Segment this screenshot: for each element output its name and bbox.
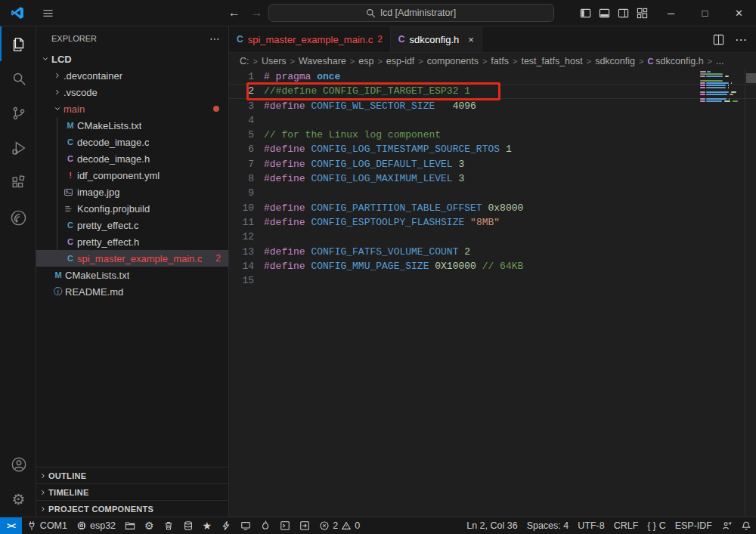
file-label: main (64, 103, 85, 115)
scrollbar[interactable] (745, 69, 756, 517)
breadcrumb-item[interactable]: sdkconfig (595, 56, 635, 66)
code-line-1[interactable]: 1# pragma once (229, 69, 756, 84)
activity-accounts[interactable] (0, 447, 36, 482)
tree-item-cmakelists-txt[interactable]: MCMakeLists.txt (36, 267, 228, 283)
minimize-button[interactable]: ─ (654, 0, 688, 26)
activity-source-control[interactable] (0, 96, 36, 131)
close-icon[interactable]: × (468, 34, 474, 45)
tree-item-decode-image-c[interactable]: Cdecode_image.c (36, 134, 228, 150)
file-type-icon: ⓘ (51, 286, 65, 298)
status-encoding[interactable]: UTF-8 (573, 517, 609, 534)
editor-more-actions-icon[interactable]: ⋯ (735, 32, 747, 47)
status-feedback[interactable] (717, 517, 736, 534)
status-eol[interactable]: CRLF (609, 517, 643, 534)
activity-settings[interactable]: ⚙ (0, 482, 36, 517)
status-notifications[interactable] (736, 517, 756, 534)
code-line-4[interactable]: 4 (229, 113, 756, 128)
code-line-6[interactable]: 6#define CONFIG_LOG_TIMESTAMP_SOURCE_RTO… (229, 142, 756, 156)
code-line-11[interactable]: 11#define CONFIG_ESPTOOLPY_FLASHSIZE "8M… (229, 215, 756, 230)
code-line-13[interactable]: 13#define CONFIG_FATFS_VOLUME_COUNT 2 (229, 245, 756, 259)
section-outline[interactable]: OUTLINE (36, 467, 228, 483)
breadcrumb-file[interactable]: sdkconfig.h (655, 56, 703, 66)
toggle-sidebar-icon[interactable] (580, 8, 591, 19)
menu-icon[interactable] (35, 8, 60, 19)
section-timeline[interactable]: TIMELINE (36, 483, 228, 500)
code-line-14[interactable]: 14#define CONFIG_MMU_PAGE_SIZE 0X10000 /… (229, 259, 756, 273)
status-terminal[interactable] (275, 517, 295, 534)
code-line-12[interactable]: 12 (229, 230, 756, 244)
file-label: spi_master_example_main.c (77, 253, 202, 264)
status-erase-flash[interactable] (178, 517, 198, 534)
status-monitor[interactable] (236, 517, 256, 534)
status-flash[interactable] (216, 517, 236, 534)
tree-item-decode-image-h[interactable]: Cdecode_image.h (36, 150, 228, 167)
breadcrumb-item[interactable]: Users (262, 56, 287, 66)
code-line-3[interactable]: 3#define CONFIG_WL_SECTOR_SIZE 4096 (229, 99, 756, 113)
status-select-project[interactable] (120, 517, 140, 534)
forward-button[interactable]: → (246, 6, 268, 20)
maximize-button[interactable]: □ (688, 0, 722, 26)
activity-search[interactable] (0, 61, 36, 96)
customize-layout-icon[interactable] (637, 8, 648, 19)
activity-espressif[interactable] (0, 200, 36, 235)
code-line-5[interactable]: 5// for the Linux log component (229, 128, 756, 142)
breadcrumb-item[interactable]: esp (358, 56, 373, 66)
code-line-15[interactable]: 15 (229, 273, 756, 288)
breadcrumb-item[interactable]: test_fatfs_host (521, 56, 582, 66)
code-line-2[interactable]: 2//#define CONFIG_IDF_TARGET_ESP32 1 (229, 84, 756, 98)
code-line-7[interactable]: 7#define CONFIG_LOG_DEFAULT_LEVEL 3 (229, 157, 756, 171)
status-serial-port[interactable]: COM1 (22, 517, 72, 534)
tree-item-cmakelists-txt[interactable]: MCMakeLists.txt (36, 117, 228, 134)
status-build[interactable]: ★ (198, 517, 217, 534)
back-button[interactable]: ← (223, 6, 246, 20)
tree-item-readme-md[interactable]: ⓘREADME.md (36, 283, 228, 300)
tree-item-pretty-effect-h[interactable]: Cpretty_effect.h (36, 233, 228, 250)
tree-item-idf-component-yml[interactable]: !idf_component.yml (36, 167, 228, 184)
status-cursor-position[interactable]: Ln 2, Col 36 (462, 517, 522, 534)
activity-explorer[interactable] (0, 26, 36, 61)
breadcrumb-separator: > (585, 57, 593, 66)
breadcrumb-item[interactable]: C: (240, 56, 249, 66)
split-editor-icon[interactable] (713, 34, 724, 45)
activity-run-debug[interactable] (0, 131, 36, 165)
section-label: TIMELINE (48, 488, 89, 497)
status-esp-target[interactable]: esp32 (72, 517, 120, 534)
tab-spi-master-example-main-c[interactable]: Cspi_master_example_main.c2 (229, 26, 391, 52)
code-line-9[interactable]: 9 (229, 186, 756, 200)
tree-item-pretty-effect-c[interactable]: Cpretty_effect.c (36, 217, 228, 233)
tree-item-spi-master-example-main-c[interactable]: Cspi_master_example_main.c2 (36, 250, 228, 267)
minimap[interactable] (700, 71, 741, 105)
tree-item-lcd[interactable]: LCD (36, 51, 228, 67)
tree-item-kconfig-projbuild[interactable]: Kconfig.projbuild (36, 200, 228, 217)
close-button[interactable]: ✕ (722, 0, 756, 26)
status-problems[interactable]: 20 (314, 517, 364, 534)
status-open-idf[interactable] (295, 517, 314, 534)
activity-extensions[interactable] (0, 165, 36, 200)
breadcrumb-item[interactable]: Waveshare (299, 56, 346, 66)
tree-item-image-jpg[interactable]: image.jpg (36, 184, 228, 200)
status-language-mode[interactable]: { }C (643, 517, 670, 534)
status-esp-idf-version[interactable]: ESP-IDF (671, 517, 717, 534)
status-remote-host[interactable]: >< (0, 517, 22, 534)
status-indentation[interactable]: Spaces: 4 (522, 517, 574, 534)
tree-item--devcontainer[interactable]: .devcontainer (36, 67, 228, 84)
chevron-right-icon (39, 489, 47, 496)
code-line-8[interactable]: 8#define CONFIG_LOG_MAXIMUM_LEVEL 3 (229, 171, 756, 186)
tab-sdkconfig-h[interactable]: Csdkconfig.h× (391, 26, 482, 52)
code-line-10[interactable]: 10#define CONFIG_PARTITION_TABLE_OFFSET … (229, 201, 756, 215)
section-project-components[interactable]: PROJECT COMPONENTS (36, 500, 228, 517)
breadcrumb-item[interactable]: components (427, 56, 479, 66)
status-build-flash-monitor[interactable] (256, 517, 275, 534)
toggle-panel-icon[interactable] (599, 8, 610, 19)
toggle-secondary-sidebar-icon[interactable] (618, 8, 629, 19)
breadcrumb-item[interactable]: fatfs (491, 56, 509, 66)
status-full-clean[interactable] (159, 517, 178, 534)
command-center-search[interactable]: lcd [Administrator] (268, 4, 554, 22)
breadcrumb-tail[interactable]: ... (716, 56, 723, 66)
explorer-more-actions-icon[interactable]: ⋯ (209, 32, 221, 45)
tree-item-main[interactable]: main (36, 100, 228, 117)
tree-item--vscode[interactable]: .vscode (36, 84, 228, 100)
code-editor[interactable]: 1# pragma once2//#define CONFIG_IDF_TARG… (229, 69, 756, 517)
status-menuconfig[interactable]: ⚙ (140, 517, 159, 534)
breadcrumb-item[interactable]: esp-idf (386, 56, 415, 66)
